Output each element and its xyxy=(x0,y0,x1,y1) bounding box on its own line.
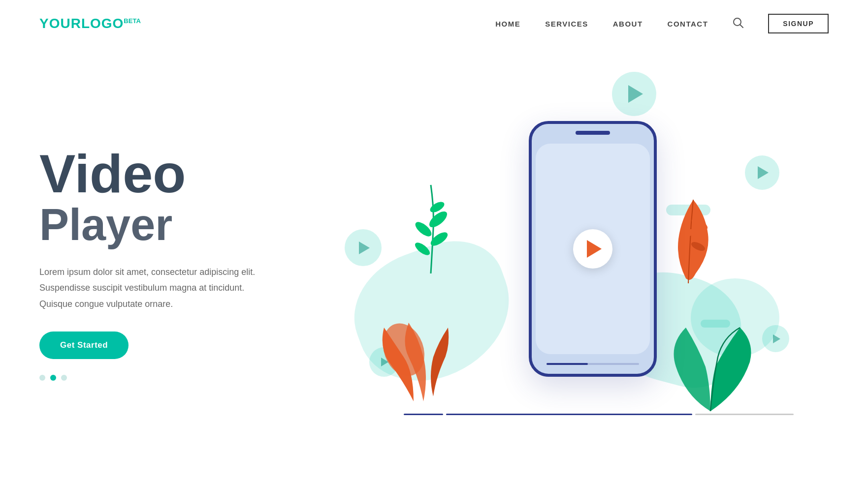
signup-button[interactable]: SIGNUP xyxy=(768,14,829,33)
logo: YOURLOGOBETA xyxy=(39,16,141,31)
play-circle-top xyxy=(612,72,656,116)
pagination-dots xyxy=(39,375,305,381)
phone-notch xyxy=(576,131,610,135)
svg-point-2 xyxy=(427,209,450,230)
logo-text: YOURLOGO xyxy=(39,16,124,31)
svg-line-1 xyxy=(740,25,743,28)
desc-line1: Lorem ipsum dolor sit amet, consectetur … xyxy=(39,267,255,277)
leaf-green-icon xyxy=(409,180,453,278)
hero-section: Video Player Lorem ipsum dolor sit amet,… xyxy=(0,47,868,460)
nav-services[interactable]: SERVICES xyxy=(545,20,588,28)
nav-about[interactable]: ABOUT xyxy=(613,20,643,28)
phone-mockup xyxy=(529,121,657,377)
nav-links: HOME SERVICES ABOUT CONTACT SIGNUP xyxy=(495,14,829,33)
phone-body xyxy=(529,121,657,377)
hero-description: Lorem ipsum dolor sit amet, consectetur … xyxy=(39,264,261,312)
play-icon-bottom-right xyxy=(773,334,780,343)
play-icon-left-mid xyxy=(359,241,370,254)
leaf-orange-left-icon xyxy=(374,303,473,411)
hero-title-video: Video xyxy=(39,147,305,201)
svg-point-0 xyxy=(734,18,741,26)
line-1 xyxy=(404,414,443,415)
nav-home[interactable]: HOME xyxy=(495,20,520,28)
phone-play-icon xyxy=(587,240,602,258)
dot-3[interactable] xyxy=(61,375,67,381)
phone-screen xyxy=(536,144,650,354)
play-icon-top xyxy=(628,85,643,103)
get-started-button[interactable]: Get Started xyxy=(39,331,129,359)
line-2 xyxy=(446,414,692,415)
svg-point-5 xyxy=(413,241,432,258)
hero-left: Video Player Lorem ipsum dolor sit amet,… xyxy=(39,117,305,381)
logo-beta: BETA xyxy=(124,17,140,25)
desc-line3: Quisque congue vulputate ornare. xyxy=(39,299,173,309)
play-circle-top-right xyxy=(745,155,779,190)
play-circle-bottom-right xyxy=(762,325,789,352)
dot-1[interactable] xyxy=(39,375,45,381)
phone-progress-fill xyxy=(547,363,588,365)
hero-title-player: Player xyxy=(39,201,305,249)
leaf-orange-right-icon xyxy=(666,195,720,293)
leaf-green-large-icon xyxy=(661,318,760,416)
desc-line2: Suspendisse suscipit vestibulum magna at… xyxy=(39,283,244,293)
nav-contact[interactable]: CONTACT xyxy=(668,20,708,28)
play-icon-top-right xyxy=(758,166,769,179)
navbar: YOURLOGOBETA HOME SERVICES ABOUT CONTACT… xyxy=(0,0,868,47)
phone-progress-bar xyxy=(547,363,639,365)
dot-2[interactable] xyxy=(50,375,56,381)
search-icon[interactable] xyxy=(733,17,743,30)
play-circle-left-mid xyxy=(345,229,382,266)
hero-illustration xyxy=(305,57,829,441)
phone-play-button[interactable] xyxy=(573,229,612,269)
